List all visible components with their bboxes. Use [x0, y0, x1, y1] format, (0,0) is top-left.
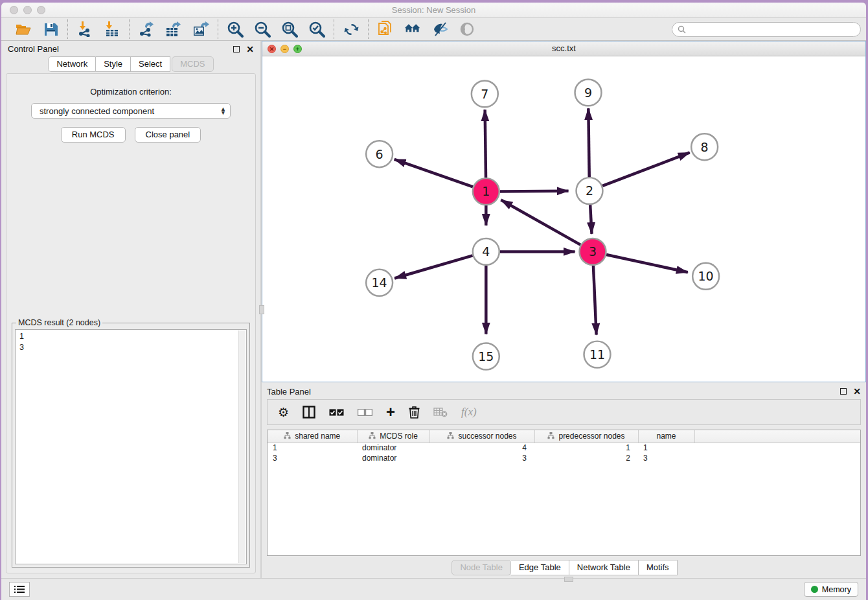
import-table-icon[interactable]: [104, 21, 120, 38]
control-panel-tabs: Network Style Select MCDS: [1, 57, 260, 72]
memory-label: Memory: [822, 585, 851, 594]
export-image-icon[interactable]: [192, 21, 209, 38]
tab-select[interactable]: Select: [131, 56, 170, 72]
memory-status-icon: [811, 586, 818, 593]
mcds-result-text[interactable]: 1 3: [15, 329, 247, 564]
edge-3-10[interactable]: [606, 255, 688, 272]
node-label-4: 4: [482, 244, 490, 259]
minimize-view-icon[interactable]: −: [280, 45, 289, 53]
save-icon[interactable]: [42, 21, 59, 38]
graphics-details-icon[interactable]: [431, 21, 448, 38]
function-builder-icon[interactable]: f(x): [461, 404, 477, 420]
table-tabs: Node Table Edge Table Network Table Moti…: [267, 556, 861, 575]
table-row[interactable]: 1 dominator 4 1 1: [268, 443, 860, 453]
edge-2-3[interactable]: [590, 205, 591, 234]
shared-column-icon: [284, 432, 291, 439]
result-scrollbar[interactable]: [238, 330, 246, 563]
float-table-panel-icon[interactable]: [840, 388, 847, 395]
home-views-icon[interactable]: [404, 21, 421, 38]
close-panel-icon[interactable]: ✕: [246, 46, 254, 52]
edge-1-2[interactable]: [500, 191, 569, 192]
status-bar: Memory: [1, 578, 866, 600]
minimize-window-icon[interactable]: [23, 6, 32, 14]
node-label-14: 14: [372, 275, 387, 290]
edge-2-9[interactable]: [588, 108, 589, 177]
tab-network[interactable]: Network: [48, 56, 96, 72]
tab-network-table[interactable]: Network Table: [569, 560, 639, 575]
import-network-icon[interactable]: [76, 21, 93, 38]
panel-splitter-handle[interactable]: [259, 305, 264, 314]
optimization-criterion-select[interactable]: strongly connected component ▲▼: [31, 103, 231, 119]
delete-table-icon[interactable]: [433, 404, 448, 420]
chevron-up-down-icon: ▲▼: [220, 107, 226, 115]
edge-3-1[interactable]: [501, 200, 580, 245]
node-table[interactable]: shared name MCDS role successor nodes pr…: [267, 430, 861, 556]
zoom-in-icon[interactable]: [227, 21, 244, 38]
col-filler: [694, 430, 860, 443]
network-canvas[interactable]: 7968124314101511: [262, 56, 865, 382]
edge-3-11[interactable]: [593, 266, 597, 335]
edge-1-6[interactable]: [394, 159, 473, 187]
close-window-icon[interactable]: [10, 6, 18, 14]
col-shared-name[interactable]: shared name: [268, 430, 357, 443]
horizontal-splitter-handle[interactable]: [564, 577, 573, 582]
float-panel-icon[interactable]: [233, 46, 240, 52]
table-panel-title: Table Panel: [267, 387, 311, 397]
shared-column-icon: [369, 432, 376, 439]
export-network-icon[interactable]: [138, 21, 155, 38]
delete-icon[interactable]: [409, 404, 420, 420]
optimization-criterion-label: Optimization criterion:: [12, 87, 250, 97]
memory-button[interactable]: Memory: [804, 582, 858, 597]
search-icon: [678, 25, 686, 34]
export-table-icon[interactable]: [165, 21, 182, 38]
tab-edge-table[interactable]: Edge Table: [511, 560, 569, 575]
close-panel-button[interactable]: Close panel: [135, 127, 201, 143]
add-icon[interactable]: +: [386, 404, 395, 420]
node-label-10: 10: [698, 269, 714, 283]
deselect-all-icon[interactable]: [358, 404, 372, 420]
table-toolbar: ⚙ + f: [267, 399, 861, 425]
refresh-layout-icon[interactable]: [343, 21, 360, 38]
open-folder-icon[interactable]: [15, 21, 32, 38]
run-mcds-button[interactable]: Run MCDS: [61, 127, 126, 143]
col-name[interactable]: name: [638, 430, 694, 443]
app-window: Session: New Session: [1, 3, 866, 600]
tab-node-table[interactable]: Node Table: [451, 560, 511, 575]
network-view-title: scc.txt: [262, 41, 865, 56]
column-view-icon[interactable]: [303, 404, 315, 420]
control-panel-title: Control Panel: [8, 44, 59, 54]
tab-motifs[interactable]: Motifs: [639, 560, 678, 575]
search-box[interactable]: [672, 22, 861, 37]
edge-2-8[interactable]: [602, 152, 690, 185]
shared-column-icon: [447, 432, 454, 439]
col-mcds-role[interactable]: MCDS role: [357, 430, 429, 443]
list-icon: [14, 585, 25, 594]
maximize-window-icon[interactable]: [37, 6, 45, 14]
zoom-selected-icon[interactable]: [308, 21, 325, 38]
col-successor-nodes[interactable]: successor nodes: [429, 430, 534, 443]
select-all-icon[interactable]: [329, 404, 344, 420]
shared-column-icon: [547, 432, 554, 439]
table-row[interactable]: 3 dominator 3 2 3: [268, 453, 860, 463]
tab-mcds[interactable]: MCDS: [172, 56, 213, 72]
maximize-view-icon[interactable]: +: [293, 45, 302, 53]
edge-4-14[interactable]: [394, 255, 473, 278]
node-label-1: 1: [482, 184, 490, 198]
node-label-9: 9: [584, 86, 592, 100]
task-history-button[interactable]: [9, 582, 30, 597]
mcds-panel: Optimization criterion: strongly connect…: [6, 73, 256, 573]
tab-style[interactable]: Style: [96, 56, 131, 72]
gear-icon[interactable]: ⚙: [278, 404, 289, 420]
mcds-result-group: MCDS result (2 nodes) 1 3: [12, 323, 250, 568]
search-input[interactable]: [686, 25, 855, 34]
edge-1-7[interactable]: [485, 110, 486, 178]
window-titlebar: Session: New Session: [1, 3, 866, 18]
birds-eye-icon[interactable]: [459, 21, 475, 38]
optimization-criterion-value: strongly connected component: [40, 106, 154, 116]
col-predecessor-nodes[interactable]: predecessor nodes: [534, 430, 638, 443]
zoom-fit-icon[interactable]: [281, 21, 298, 38]
zoom-out-icon[interactable]: [254, 21, 271, 38]
clone-network-icon[interactable]: [377, 21, 394, 38]
close-view-icon[interactable]: ✕: [268, 45, 276, 53]
close-table-panel-icon[interactable]: ✕: [853, 388, 861, 395]
